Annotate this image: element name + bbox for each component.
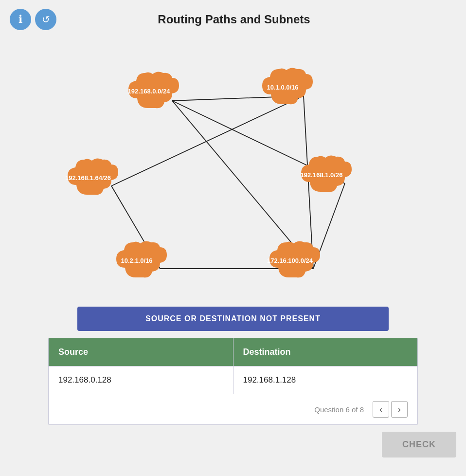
diagram-svg: 192.168.0.0/24 10.1.0.0/16 192.168.1.64/… — [43, 40, 423, 303]
svg-text:192.168.0.0/24: 192.168.0.0/24 — [128, 88, 171, 95]
info-button[interactable]: ℹ — [10, 9, 31, 30]
pagination-text: Question 6 of 8 — [314, 405, 364, 414]
next-button[interactable]: › — [391, 401, 408, 418]
pagination-row: Question 6 of 8 ‹ › — [49, 394, 417, 424]
cloud-node-2[interactable]: 10.1.0.0/16 — [262, 68, 313, 104]
page-title: Routing Paths and Subnets — [60, 13, 408, 26]
network-diagram: 192.168.0.0/24 10.1.0.0/16 192.168.1.64/… — [43, 40, 423, 303]
check-button[interactable]: CHECK — [382, 432, 456, 458]
cloud-node-3[interactable]: 192.168.1.64/26 — [65, 158, 118, 195]
header: ℹ ↺ Routing Paths and Subnets — [0, 0, 466, 35]
svg-line-3 — [111, 96, 304, 186]
refresh-button[interactable]: ↺ — [35, 9, 56, 30]
prev-button[interactable]: ‹ — [373, 401, 389, 418]
svg-text:192.168.1.64/26: 192.168.1.64/26 — [65, 174, 111, 182]
svg-text:10.1.0.0/16: 10.1.0.0/16 — [267, 84, 298, 91]
table-header-destination: Destination — [233, 338, 418, 366]
table-row: 192.168.0.128 192.168.1.128 — [49, 366, 417, 394]
cloud-node-6[interactable]: 172.16.100.0/24 — [267, 241, 320, 277]
table-container: Source Destination 192.168.0.128 192.168… — [48, 338, 418, 425]
svg-text:10.2.1.0/16: 10.2.1.0/16 — [121, 257, 152, 264]
table-cell-destination: 192.168.1.128 — [233, 366, 418, 394]
cloud-node-1[interactable]: 192.168.0.0/24 — [128, 72, 179, 108]
table-cell-source: 192.168.0.128 — [49, 366, 233, 394]
table-header-source: Source — [49, 338, 233, 366]
svg-text:192.168.1.0/26: 192.168.1.0/26 — [301, 171, 343, 179]
table-header: Source Destination — [49, 338, 417, 366]
check-button-container: CHECK — [0, 425, 466, 464]
info-icon: ℹ — [18, 13, 22, 26]
svg-text:172.16.100.0/24: 172.16.100.0/24 — [267, 257, 313, 264]
status-bar: SOURCE OR DESTINATION NOT PRESENT — [77, 307, 389, 331]
cloud-node-5[interactable]: 10.2.1.0/16 — [116, 241, 167, 277]
refresh-icon: ↺ — [42, 14, 50, 25]
